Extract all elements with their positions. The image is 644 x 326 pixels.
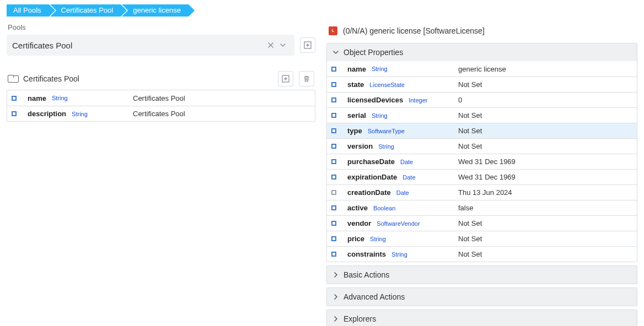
prop-type: Date <box>402 174 415 181</box>
chevron-right-icon <box>332 294 339 300</box>
prop-name: state <box>347 80 364 89</box>
field-icon <box>331 175 336 180</box>
prop-value: Not Set <box>458 142 632 150</box>
breadcrumb: All Pools Certificates Pool generic lice… <box>0 0 644 23</box>
prop-value: Not Set <box>458 219 632 227</box>
prop-type: String <box>72 111 88 117</box>
object-title: (0/N/A) generic license [SoftwareLicense… <box>343 26 485 35</box>
clear-icon[interactable] <box>265 39 277 51</box>
prop-value: Wed 31 Dec 1969 <box>458 173 632 181</box>
prop-value: false <box>458 204 632 212</box>
prop-name: active <box>347 204 368 212</box>
explorers-panel: Explorers <box>326 309 637 326</box>
pool-select-value: Certificates Pool <box>12 41 265 50</box>
pool-select[interactable]: Certificates Pool <box>7 35 294 56</box>
chevron-right-icon <box>332 316 339 322</box>
table-row[interactable]: description String Certificates Pool <box>7 106 315 121</box>
table-row[interactable]: serialStringNot Set <box>327 107 637 123</box>
prop-type: String <box>391 251 407 258</box>
prop-type: SoftwareVendor <box>377 220 420 227</box>
prop-type: Date <box>400 159 413 165</box>
breadcrumb-item[interactable]: Certificates Pool <box>50 4 121 17</box>
table-row[interactable]: nameStringgeneric license <box>327 61 637 77</box>
prop-type: Integer <box>409 97 427 104</box>
prop-name: constraints <box>347 250 386 258</box>
prop-name: licensedDevices <box>347 96 403 104</box>
field-icon <box>331 221 336 226</box>
table-row[interactable]: constraintsStringNot Set <box>327 246 637 262</box>
panel-header[interactable]: Explorers <box>327 310 637 326</box>
breadcrumb-label: All Pools <box>13 6 41 14</box>
breadcrumb-item[interactable]: generic license <box>122 4 189 17</box>
table-row[interactable]: expirationDateDateWed 31 Dec 1969 <box>327 169 637 184</box>
prop-name: name <box>347 65 366 73</box>
object-properties-panel: Object Properties nameStringgeneric lice… <box>326 43 637 262</box>
table-row[interactable]: activeBooleanfalse <box>327 200 637 215</box>
field-icon <box>331 205 336 210</box>
prop-value: Not Set <box>458 127 632 135</box>
breadcrumb-label: Certificates Pool <box>61 6 114 14</box>
prop-type: Date <box>396 189 409 196</box>
chevron-down-icon[interactable] <box>277 39 289 51</box>
advanced-actions-panel: Advanced Actions <box>326 287 637 306</box>
field-icon <box>331 113 336 118</box>
prop-type: String <box>372 66 388 72</box>
prop-value: Not Set <box>458 250 632 258</box>
delete-button[interactable] <box>299 71 314 86</box>
basic-actions-panel: Basic Actions <box>326 265 637 284</box>
prop-value: Thu 13 Jun 2024 <box>458 188 632 197</box>
field-icon <box>331 190 336 195</box>
table-row[interactable]: stateLicenseStateNot Set <box>327 77 637 92</box>
field-icon <box>331 236 336 241</box>
prop-name: name <box>28 94 46 102</box>
field-icon <box>12 111 17 116</box>
prop-type: String <box>378 143 394 150</box>
prop-value: Certificates Pool <box>133 94 310 102</box>
panel-header[interactable]: Basic Actions <box>327 266 637 284</box>
table-row[interactable]: name String Certificates Pool <box>7 90 315 106</box>
prop-value: Not Set <box>458 235 632 243</box>
prop-name: expirationDate <box>347 173 397 181</box>
license-icon: L <box>329 26 337 35</box>
field-icon <box>12 96 17 101</box>
panel-header[interactable]: Advanced Actions <box>327 288 637 306</box>
panel-header[interactable]: Object Properties <box>327 44 637 61</box>
table-row[interactable]: typeSoftwareTypeNot Set <box>327 123 637 138</box>
panel-title: Explorers <box>344 314 376 323</box>
table-row[interactable]: vendorSoftwareVendorNot Set <box>327 215 637 231</box>
prop-name: price <box>347 235 364 243</box>
panel-title: Basic Actions <box>344 270 389 279</box>
add-pool-button[interactable] <box>300 37 315 53</box>
prop-type: String <box>52 95 68 101</box>
chevron-down-icon <box>332 49 339 56</box>
prop-name: description <box>28 110 66 118</box>
prop-name: type <box>347 127 362 135</box>
prop-value: Certificates Pool <box>133 110 310 118</box>
breadcrumb-item[interactable]: All Pools <box>7 4 49 17</box>
prop-name: version <box>347 142 373 150</box>
field-icon <box>331 159 336 164</box>
table-row[interactable]: priceStringNot Set <box>327 231 637 246</box>
prop-value: Wed 31 Dec 1969 <box>458 157 632 166</box>
breadcrumb-label: generic license <box>133 6 181 14</box>
prop-name: vendor <box>347 219 371 227</box>
field-icon <box>331 252 336 257</box>
table-row[interactable]: purchaseDateDateWed 31 Dec 1969 <box>327 154 637 169</box>
prop-name: creationDate <box>347 188 391 197</box>
pool-title: Certificates Pool <box>23 74 278 83</box>
field-icon <box>331 97 336 102</box>
table-row[interactable]: versionStringNot Set <box>327 138 637 154</box>
table-row[interactable]: licensedDevicesInteger0 <box>327 92 637 107</box>
chevron-right-icon <box>332 271 339 278</box>
field-icon <box>331 144 336 149</box>
add-item-button[interactable] <box>278 71 293 86</box>
pool-properties-table: name String Certificates Pool descriptio… <box>7 90 315 122</box>
pools-label: Pools <box>8 23 315 31</box>
prop-type: String <box>370 236 386 242</box>
folder-open-icon <box>8 75 18 83</box>
field-icon <box>331 67 336 72</box>
table-row[interactable]: creationDateDateThu 13 Jun 2024 <box>327 184 637 200</box>
panel-title: Object Properties <box>344 48 403 57</box>
field-icon <box>331 82 336 87</box>
prop-name: purchaseDate <box>347 157 395 166</box>
